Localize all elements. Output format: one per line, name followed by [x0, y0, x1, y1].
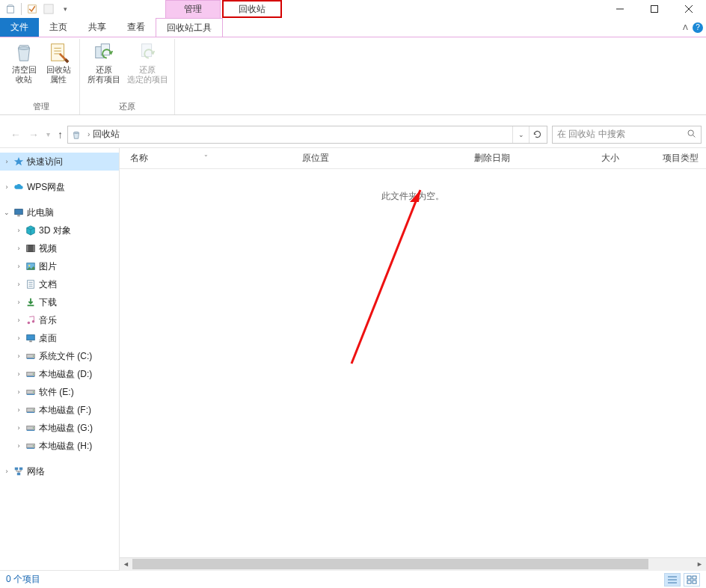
recent-locations-caret[interactable]: ▾	[46, 130, 50, 138]
view-large-icons-button[interactable]	[684, 573, 700, 587]
tab-share[interactable]: 共享	[78, 18, 117, 37]
tree-item[interactable]: ›视频	[0, 239, 119, 257]
svg-rect-33	[29, 341, 32, 343]
collapse-ribbon-icon[interactable]: ᐱ	[683, 23, 688, 31]
svg-point-15	[74, 132, 79, 133]
tree-label: 软件 (E:)	[39, 386, 74, 399]
restore-selected-label: 还原 选定的项目	[127, 65, 168, 85]
chevron-right-icon[interactable]: ›	[15, 227, 22, 234]
tab-file[interactable]: 文件	[0, 18, 39, 37]
empty-recycle-bin-button[interactable]: 清空回 收站	[7, 39, 40, 99]
chevron-right-icon[interactable]: ›	[15, 370, 22, 378]
tree-item[interactable]: ›本地磁盘 (F:)	[0, 401, 119, 419]
help-icon[interactable]: ?	[693, 22, 703, 33]
svg-point-47	[33, 427, 34, 428]
tree-item[interactable]: ›音乐	[0, 311, 119, 329]
ribbon-group-restore: 还原 所有项目 还原 选定的项目 还原	[80, 39, 175, 114]
recycle-bin-icon	[70, 128, 83, 141]
chevron-right-icon[interactable]: ›	[15, 388, 22, 396]
film-icon	[25, 242, 37, 254]
search-input[interactable]: 在 回收站 中搜索	[552, 126, 702, 144]
horizontal-scrollbar[interactable]: ◄ ►	[120, 557, 706, 570]
scroll-right-button[interactable]: ►	[693, 558, 706, 571]
search-icon[interactable]	[687, 129, 696, 141]
tree-label: 本地磁盘 (H:)	[39, 440, 92, 453]
column-type[interactable]: 项目类型	[652, 152, 706, 165]
chevron-right-icon[interactable]: ›	[3, 183, 10, 191]
forward-button[interactable]: →	[28, 129, 39, 141]
tab-recyclebin-tools[interactable]: 回收站工具	[156, 18, 223, 37]
chevron-down-icon[interactable]: ⌄	[3, 209, 10, 216]
tree-item[interactable]: ›本地磁盘 (D:)	[0, 365, 119, 383]
qat-dropdown-icon[interactable]	[41, 1, 56, 16]
minimize-button[interactable]	[603, 0, 637, 18]
tree-label: WPS网盘	[27, 181, 65, 194]
qat-customize-caret[interactable]: ▾	[58, 1, 73, 16]
column-original-location[interactable]: 原位置	[292, 152, 464, 165]
chevron-right-icon[interactable]: ›	[15, 334, 22, 342]
navigation-bar: ← → ▾ ↑ › 回收站 ⌄ 在 回收站 中搜索	[0, 121, 706, 148]
maximize-button[interactable]	[637, 0, 672, 18]
breadcrumb-sep-icon[interactable]: ›	[85, 130, 93, 138]
column-name[interactable]: 名称⌄	[120, 152, 292, 165]
chevron-right-icon[interactable]: ›	[15, 352, 22, 360]
scroll-left-button[interactable]: ◄	[120, 558, 132, 571]
chevron-right-icon[interactable]: ›	[3, 158, 10, 165]
tree-this-pc[interactable]: ⌄ 此电脑	[0, 203, 119, 221]
svg-rect-61	[693, 576, 696, 579]
svg-rect-48	[27, 430, 35, 431]
restore-selected-button[interactable]: 还原 选定的项目	[125, 39, 170, 99]
status-item-count: 0 个项目	[6, 573, 40, 586]
chevron-right-icon[interactable]: ›	[15, 442, 22, 450]
view-details-button[interactable]	[664, 573, 681, 587]
tree-label: 本地磁盘 (G:)	[39, 422, 93, 435]
svg-rect-8	[52, 44, 64, 61]
column-size[interactable]: 大小	[591, 152, 652, 165]
chevron-right-icon[interactable]: ›	[15, 298, 22, 306]
chevron-right-icon[interactable]: ›	[15, 406, 22, 414]
column-date-deleted[interactable]: 删除日期	[464, 152, 591, 165]
svg-rect-53	[19, 468, 22, 471]
properties-icon	[46, 40, 70, 64]
recycle-bin-properties-button[interactable]: 回收站 属性	[42, 39, 75, 99]
tree-item[interactable]: ›下载	[0, 293, 119, 311]
tree-wps[interactable]: › WPS网盘	[0, 178, 119, 196]
tree-item[interactable]: ›本地磁盘 (G:)	[0, 419, 119, 437]
tree-item[interactable]: ›桌面	[0, 329, 119, 347]
restore-all-button[interactable]: 还原 所有项目	[85, 39, 123, 99]
address-dropdown-icon[interactable]: ⌄	[512, 126, 529, 143]
ribbon-group-manage-label: 管理	[33, 99, 49, 114]
qat-check-icon[interactable]	[25, 1, 40, 16]
svg-rect-39	[27, 376, 35, 377]
chevron-right-icon[interactable]: ›	[15, 281, 22, 288]
chevron-right-icon[interactable]: ›	[15, 245, 22, 252]
back-button[interactable]: ←	[10, 129, 21, 141]
close-button[interactable]	[672, 0, 706, 18]
tree-item[interactable]: ›软件 (E:)	[0, 383, 119, 401]
tree-item[interactable]: ›图片	[0, 257, 119, 275]
tree-item[interactable]: ›3D 对象	[0, 221, 119, 239]
tree-quick-access[interactable]: › 快速访问	[0, 153, 119, 171]
tree-item[interactable]: ›系统文件 (C:)	[0, 347, 119, 365]
tree-label: 音乐	[39, 314, 57, 327]
scroll-track[interactable]	[132, 558, 693, 571]
refresh-button[interactable]	[529, 126, 545, 143]
context-tab-manage[interactable]: 管理	[165, 0, 221, 18]
tree-network[interactable]: › 网络	[0, 462, 119, 480]
chevron-right-icon[interactable]: ›	[15, 263, 22, 270]
breadcrumb-location[interactable]: 回收站	[93, 128, 120, 141]
chevron-right-icon[interactable]: ›	[15, 316, 22, 324]
chevron-right-icon[interactable]: ›	[3, 468, 10, 475]
tab-home[interactable]: 主页	[39, 18, 78, 37]
svg-rect-52	[15, 468, 18, 471]
tree-item[interactable]: ›本地磁盘 (H:)	[0, 437, 119, 455]
address-bar[interactable]: › 回收站 ⌄	[67, 126, 547, 144]
navigation-tree[interactable]: › 快速访问 › WPS网盘 ⌄ 此电脑 ›3D 对象›视频›图片›文档›下载›…	[0, 148, 120, 570]
tab-view[interactable]: 查看	[117, 18, 156, 37]
list-body[interactable]: 此文件夹为空。	[120, 169, 706, 557]
chevron-right-icon[interactable]: ›	[15, 424, 22, 432]
tree-item[interactable]: ›文档	[0, 275, 119, 293]
up-button[interactable]: ↑	[58, 129, 63, 141]
scroll-thumb[interactable]	[132, 559, 648, 569]
tree-label: 系统文件 (C:)	[39, 350, 92, 363]
